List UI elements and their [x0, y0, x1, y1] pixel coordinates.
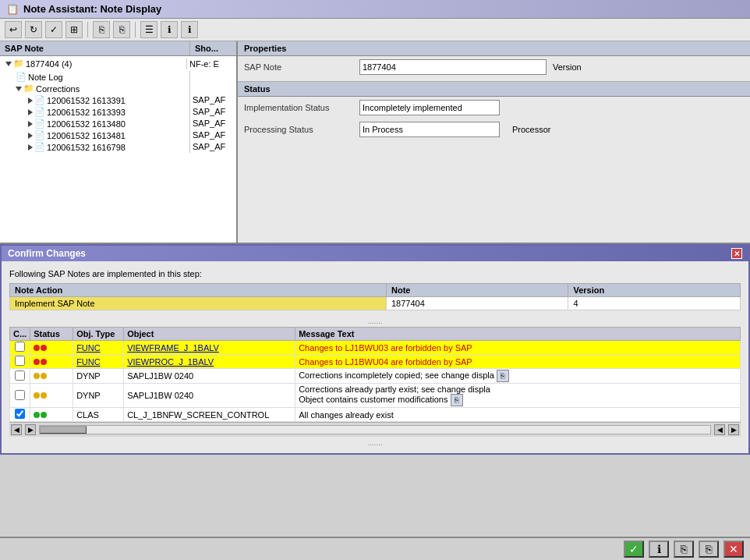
item1-label: 120061532 1613391	[47, 96, 126, 105]
checkbox-cell-1[interactable]	[10, 341, 30, 355]
row1-func-link[interactable]: FUNC	[76, 343, 101, 353]
copy-icon-4[interactable]: ⎘	[451, 394, 463, 406]
checkbox-cell-5[interactable]	[10, 408, 30, 422]
grid-row-4: DYNP SAPLJ1BW 0240 Corrections already p…	[10, 384, 741, 408]
sap-note-label: SAP Note	[244, 62, 353, 72]
status-icon-5	[34, 412, 47, 418]
col-header-message: Message Text	[295, 328, 741, 341]
dot-red-4	[41, 359, 47, 365]
expand-icon-5[interactable]	[28, 144, 33, 151]
toolbar-btn-grid[interactable]: ⊞	[65, 21, 83, 38]
toolbar-sep-1	[87, 22, 88, 37]
row1-objtype: FUNC	[73, 341, 124, 355]
checkbox-cell-3[interactable]	[10, 369, 30, 384]
bottom-toolbar: ✓ ℹ ⎘ ⎘ ✕	[0, 537, 750, 560]
toolbar-btn-copy2[interactable]: ⎘	[113, 21, 130, 38]
right-panel: Properties SAP Note Version Status Imple…	[238, 41, 750, 243]
dot-y-3	[34, 392, 40, 399]
note-log-label: Note Log	[28, 73, 63, 82]
row3-objtype: DYNP	[73, 369, 124, 384]
row2-checkbox[interactable]	[15, 356, 25, 366]
expand-icon-4[interactable]	[28, 133, 33, 139]
expand-icon-3[interactable]	[28, 121, 33, 127]
proc-status-input[interactable]	[359, 122, 500, 137]
checkbox-cell-4[interactable]	[10, 384, 30, 408]
row4-checkbox[interactable]	[15, 390, 25, 400]
h-scrollbar[interactable]: ◀ ▶ ◀ ▶	[9, 422, 741, 437]
tree-corrections[interactable]: 📁 Corrections	[0, 83, 236, 94]
note-version-value: 4	[568, 297, 741, 310]
folder-icon-corrections: 📁	[23, 83, 34, 94]
tree-note-log[interactable]: 📄 Note Log	[0, 71, 236, 83]
status-icon-3	[34, 373, 47, 379]
row4-message: Corrections already partly exist; see ch…	[295, 384, 741, 408]
toolbar-btn-check[interactable]: ✓	[45, 21, 62, 38]
dot-y-2	[41, 373, 47, 379]
cancel-button[interactable]: ✕	[723, 541, 744, 558]
sap-note-row: SAP Note Version	[238, 56, 750, 78]
tree-item-2[interactable]: 📄 120061532 1613393 SAP_AF	[0, 106, 236, 118]
toolbar-btn-menu[interactable]: ☰	[140, 21, 157, 38]
grid-area[interactable]: C... Status Obj. Type Object Message Tex…	[9, 327, 741, 422]
scroll-right-btn[interactable]: ▶	[25, 424, 36, 435]
dialog-close-button[interactable]: ✕	[731, 248, 742, 259]
row2-object-link[interactable]: VIEWPROC_J_1BALV	[127, 357, 214, 367]
row5-checkbox[interactable]	[15, 409, 25, 419]
col-header-version: Version	[568, 284, 741, 297]
expand-icon-2[interactable]	[28, 109, 33, 115]
row2-func-link[interactable]: FUNC	[76, 357, 101, 367]
row1-object-link[interactable]: VIEWFRAME_J_1BALV	[127, 343, 219, 353]
tree-item-4[interactable]: 📄 120061532 1613481 SAP_AF	[0, 129, 236, 141]
info-button[interactable]: ℹ	[649, 541, 669, 558]
expand-icon-1[interactable]	[28, 97, 33, 104]
item3-label: 120061532 1613480	[47, 119, 126, 129]
grid-row-1: FUNC VIEWFRAME_J_1BALV Changes to LJ1BWU…	[10, 341, 741, 355]
row2-status	[30, 355, 73, 369]
col-header-objtype: Obj. Type	[73, 328, 124, 341]
tree-item-1[interactable]: 📄 120061532 1613391 SAP_AF	[0, 94, 236, 106]
properties-header: Properties	[238, 41, 750, 56]
toolbar: ↩ ↻ ✓ ⊞ ⎘ ⎘ ☰ ℹ ℹ	[0, 19, 750, 41]
row3-checkbox[interactable]	[15, 370, 25, 381]
copy-button-2[interactable]: ⎘	[699, 541, 719, 558]
doc-icon-item4: 📄	[34, 130, 45, 140]
row4-msg-line1: Corrections already partly exist; see ch…	[299, 385, 737, 394]
row3-status	[30, 369, 73, 384]
toolbar-btn-refresh[interactable]: ↻	[25, 21, 42, 38]
confirm-button[interactable]: ✓	[624, 541, 644, 558]
scroll-right3-btn[interactable]: ▶	[728, 424, 739, 435]
proc-status-row: Processing Status Processor	[238, 119, 750, 140]
tree-root[interactable]: 📁 1877404 (4) NF-e: E	[0, 56, 236, 71]
scroll-track[interactable]	[39, 425, 711, 434]
grid-row-5: CLAS CL_J_1BNFW_SCREEN_CONTROL All chang…	[10, 408, 741, 422]
checkbox-cell-2[interactable]	[10, 355, 30, 369]
note-table-row: Implement SAP Note 1877404 4	[10, 297, 741, 310]
toolbar-btn-info1[interactable]: ℹ	[161, 21, 178, 38]
toolbar-btn-copy1[interactable]: ⎘	[93, 21, 110, 38]
confirm-changes-dialog: Confirm Changes ✕ Following SAP Notes ar…	[0, 244, 750, 455]
sap-note-input[interactable]	[359, 59, 547, 75]
note-value: 1877404	[387, 297, 568, 310]
expand-icon-root[interactable]	[5, 62, 12, 66]
scroll-left-btn[interactable]: ◀	[11, 424, 22, 435]
copy-icon-3[interactable]: ⎘	[497, 370, 509, 382]
scroll-thumb[interactable]	[40, 426, 87, 434]
item2-col2: SAP_AF	[189, 106, 236, 118]
tree-table: 📁 1877404 (4) NF-e: E 📄 Note Log 📁	[0, 56, 236, 153]
row5-status	[30, 408, 73, 422]
row4-objtype: DYNP	[73, 384, 124, 408]
row1-checkbox[interactable]	[15, 342, 25, 352]
note-action-value: Implement SAP Note	[10, 297, 387, 310]
row1-object: VIEWFRAME_J_1BALV	[124, 341, 295, 355]
row2-objtype: FUNC	[73, 355, 124, 369]
toolbar-btn-info2[interactable]: ℹ	[181, 21, 198, 38]
note-log-col2	[189, 71, 236, 83]
tree-item-3[interactable]: 📄 120061532 1613480 SAP_AF	[0, 118, 236, 129]
copy-button-1[interactable]: ⎘	[674, 541, 694, 558]
toolbar-btn-back[interactable]: ↩	[5, 21, 22, 38]
tree-item-5[interactable]: 📄 120061532 1616798 SAP_AF	[0, 141, 236, 153]
impl-status-input[interactable]	[359, 100, 500, 115]
expand-icon-corrections[interactable]	[16, 87, 22, 91]
col-header-c: C...	[10, 328, 30, 341]
scroll-right2-btn[interactable]: ◀	[714, 424, 725, 435]
